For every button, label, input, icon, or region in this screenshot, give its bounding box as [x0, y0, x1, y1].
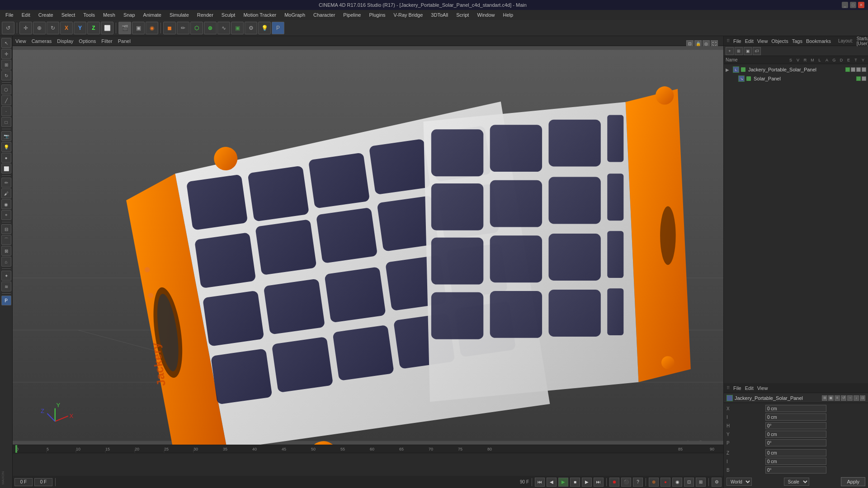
- play-button[interactable]: ▶: [558, 478, 568, 487]
- left-edge-tool[interactable]: ╱: [1, 95, 11, 105]
- menu-window[interactable]: Window: [473, 11, 498, 19]
- ap-edit-menu[interactable]: Edit: [745, 385, 754, 391]
- om-objects-menu[interactable]: Objects: [771, 38, 788, 44]
- menu-edit[interactable]: Edit: [18, 11, 34, 19]
- menu-plugins[interactable]: Plugins: [365, 11, 389, 19]
- jackery-dot-3[interactable]: [856, 67, 861, 72]
- polygon-tool[interactable]: ⬡: [190, 22, 203, 34]
- edge-tool[interactable]: ∿: [217, 22, 230, 34]
- jackery-dot-1[interactable]: [845, 67, 850, 72]
- vp-filter-menu[interactable]: Filter: [101, 38, 112, 44]
- vp-panel-menu[interactable]: Panel: [118, 38, 131, 44]
- vp-view-menu[interactable]: View: [15, 38, 26, 44]
- left-soft-tool[interactable]: ◉: [1, 199, 11, 209]
- ap-icon-4[interactable]: ↺: [841, 395, 846, 401]
- left-scale-tool[interactable]: ⊞: [1, 60, 11, 70]
- menu-help[interactable]: Help: [500, 11, 517, 19]
- menu-vray-bridge[interactable]: V-Ray Bridge: [390, 11, 427, 19]
- settings-tool[interactable]: ⚙: [245, 22, 257, 34]
- menu-motion-tracker[interactable]: Motion Tracker: [240, 11, 280, 19]
- goto-end-button[interactable]: ⏭: [594, 478, 604, 487]
- select-all[interactable]: X: [60, 22, 73, 34]
- left-deformer-tool[interactable]: ⌂: [1, 257, 11, 267]
- motion-mode-button[interactable]: ⊕: [649, 478, 659, 487]
- p-rotation-input[interactable]: [765, 439, 826, 446]
- y-position-input[interactable]: [765, 431, 826, 438]
- start-frame-input[interactable]: [14, 478, 33, 486]
- render-region-btn2[interactable]: ⊡: [684, 478, 694, 487]
- menu-script[interactable]: Script: [453, 11, 472, 19]
- scale-dropdown[interactable]: Scale: [784, 478, 809, 486]
- menu-character[interactable]: Character: [310, 11, 339, 19]
- x-position-input[interactable]: [765, 405, 826, 412]
- ap-file-menu[interactable]: File: [733, 385, 741, 391]
- left-polygon-tool[interactable]: ⬡: [1, 84, 11, 94]
- render-btn2[interactable]: ●: [660, 478, 670, 487]
- render-region[interactable]: ▣: [132, 22, 145, 34]
- left-select-tool[interactable]: ↖: [1, 38, 11, 48]
- object-mode[interactable]: ⬜: [101, 22, 113, 34]
- om-file-menu[interactable]: File: [733, 38, 741, 44]
- om-bookmarks-menu[interactable]: Bookmarks: [806, 38, 831, 44]
- layout-btn[interactable]: ⚙: [712, 478, 722, 487]
- left-camera-tool[interactable]: 📷: [1, 131, 11, 141]
- bevel-tool[interactable]: ▣: [231, 22, 244, 34]
- current-frame-input[interactable]: [34, 478, 52, 486]
- om-add-button[interactable]: +: [726, 47, 734, 55]
- menu-simulate[interactable]: Simulate: [166, 11, 193, 19]
- python-tool[interactable]: P: [272, 22, 284, 34]
- object-row-solar-panel[interactable]: ↘ Solar_Panel: [724, 74, 868, 83]
- left-rotate-tool[interactable]: ↻: [1, 70, 11, 80]
- left-python-tool[interactable]: P: [1, 296, 11, 305]
- left-knife-tool[interactable]: ⌖: [1, 210, 11, 220]
- render-active-btn[interactable]: ◉: [672, 478, 682, 487]
- ap-icon-7[interactable]: ⊡: [860, 395, 865, 401]
- cube-tool[interactable]: ◼: [163, 22, 176, 34]
- record-button[interactable]: ⏺: [609, 478, 619, 487]
- jackery-dot-4[interactable]: [862, 67, 866, 72]
- ap-view-menu[interactable]: View: [757, 385, 768, 391]
- select-y[interactable]: Y: [74, 22, 86, 34]
- left-floor-tool[interactable]: ⊟: [1, 224, 11, 234]
- ap-icon-5[interactable]: →: [847, 395, 853, 401]
- menu-3dtoall[interactable]: 3DToAll: [427, 11, 452, 19]
- om-tags-menu[interactable]: Tags: [792, 38, 802, 44]
- left-texture-tool[interactable]: ⬜: [1, 164, 11, 174]
- play-options-button[interactable]: ?: [633, 478, 643, 487]
- minimize-button[interactable]: _: [842, 2, 848, 8]
- menu-mograph[interactable]: MoGraph: [281, 11, 309, 19]
- goto-start-button[interactable]: ⏮: [535, 478, 545, 487]
- left-obj-tool[interactable]: □: [1, 117, 11, 127]
- menu-pipeline[interactable]: Pipeline: [340, 11, 364, 19]
- h-rotation-input[interactable]: [765, 422, 826, 429]
- render-full[interactable]: ◉: [146, 22, 158, 34]
- viewport[interactable]: Perspective Grid Spacing : 10 cm: [13, 46, 723, 445]
- select-z[interactable]: Z: [87, 22, 100, 34]
- om-group-button[interactable]: ⊞: [735, 47, 743, 55]
- move-tool[interactable]: ✛: [19, 22, 32, 34]
- autokey-button[interactable]: ⚫: [621, 478, 631, 487]
- maximize-button[interactable]: □: [850, 2, 856, 8]
- prev-frame-button[interactable]: ◀: [547, 478, 557, 487]
- b-rotation-input[interactable]: [765, 466, 826, 474]
- left-mograph-tool[interactable]: ⊠: [1, 246, 11, 256]
- timeline-tracks[interactable]: [13, 453, 723, 476]
- ap-icon-1[interactable]: ⊞: [822, 395, 827, 401]
- apply-button[interactable]: Apply: [841, 477, 865, 486]
- om-tag-button[interactable]: 🏷: [753, 47, 761, 55]
- ap-icon-2[interactable]: ▣: [828, 395, 834, 401]
- rotate-tool[interactable]: ↻: [47, 22, 59, 34]
- menu-sculpt[interactable]: Sculpt: [218, 11, 239, 19]
- left-effects-tool[interactable]: ✦: [1, 271, 11, 281]
- left-dynamics-tool[interactable]: ≋: [1, 282, 11, 291]
- om-layer-button[interactable]: ▣: [744, 47, 752, 55]
- left-point-tool[interactable]: ·: [1, 106, 11, 116]
- left-light-tool[interactable]: 💡: [1, 142, 11, 152]
- render-preview[interactable]: 🎬: [118, 22, 131, 34]
- menu-render[interactable]: Render: [193, 11, 217, 19]
- object-row-jackery[interactable]: ▶ L Jackery_Portable_Solar_Panel: [724, 65, 868, 74]
- frame-rate-btn[interactable]: ⊞: [696, 478, 706, 487]
- jackery-dot-2[interactable]: [851, 67, 855, 72]
- menu-file[interactable]: File: [2, 11, 17, 19]
- om-edit-menu[interactable]: Edit: [745, 38, 754, 44]
